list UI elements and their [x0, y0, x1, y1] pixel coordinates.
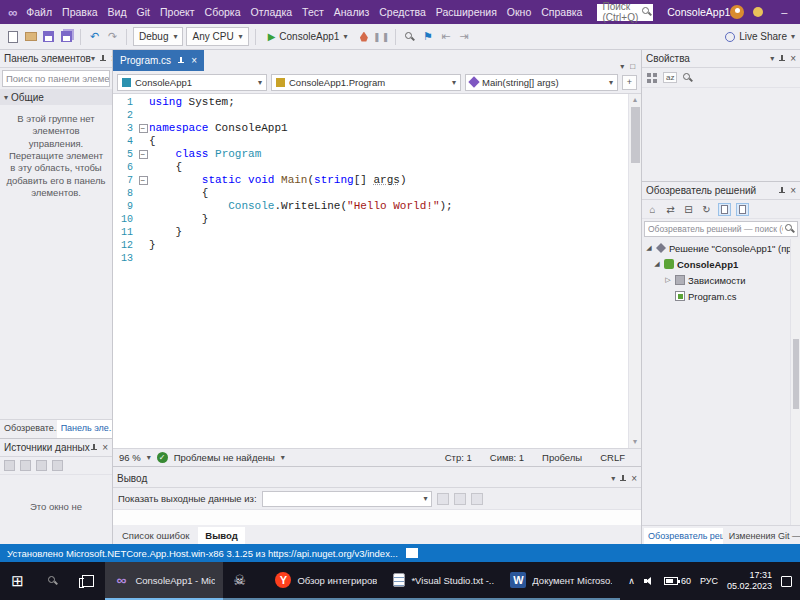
code-editor[interactable]: 1using System;23−namespace ConsoleApp14{…	[113, 94, 641, 448]
chevron-down-icon[interactable]: ▾	[281, 453, 285, 462]
open-folder-icon[interactable]	[23, 29, 38, 44]
toolbox-search-input[interactable]: Поиск по панели элемен ▾	[2, 70, 110, 87]
zoom-level[interactable]: 96 %	[119, 452, 141, 463]
menu-item[interactable]: Расширения	[431, 4, 502, 20]
tree-item-solution[interactable]: ◢ Решение "ConsoleApp1" (проекты: 1 из 1…	[642, 240, 790, 256]
chevron-down-icon[interactable]: ▾	[91, 54, 95, 63]
nest-icon[interactable]	[736, 203, 749, 216]
scroll-down-icon[interactable]: ▾	[633, 436, 637, 448]
quick-search-box[interactable]: Поиск (Ctrl+Q)	[597, 4, 653, 21]
tab-program-cs[interactable]: Program.cs ×	[113, 50, 204, 71]
new-file-icon[interactable]	[5, 29, 20, 44]
menu-item[interactable]: Справка	[536, 4, 587, 20]
line-ending-indicator[interactable]: CRLF	[600, 452, 625, 463]
taskbar-app-word[interactable]: W Документ Microso...	[502, 562, 620, 600]
pin-icon[interactable]	[177, 57, 185, 65]
decrease-indent-icon[interactable]: ⇤	[438, 29, 453, 44]
battery-indicator[interactable]: 60	[664, 576, 691, 586]
categorized-icon[interactable]	[647, 73, 657, 83]
tree-item-program-cs[interactable]: Program.cs	[642, 288, 790, 304]
toggle-autoscroll-icon[interactable]	[471, 493, 483, 505]
home-icon[interactable]: ⌂	[646, 203, 659, 216]
account-avatar[interactable]	[730, 5, 744, 19]
search-properties-icon[interactable]	[683, 73, 693, 83]
pin-icon[interactable]	[778, 187, 786, 195]
action-center-icon[interactable]	[781, 576, 792, 587]
health-status-label[interactable]: Проблемы не найдены	[174, 452, 275, 463]
wrap-output-icon[interactable]	[454, 493, 466, 505]
save-all-icon[interactable]	[59, 29, 74, 44]
menu-item[interactable]: Git	[132, 4, 155, 20]
start-button[interactable]: ⊞	[0, 562, 35, 600]
find-in-files-icon[interactable]	[402, 29, 417, 44]
tab-toolbox[interactable]: Панель эле...	[57, 420, 112, 438]
menu-item[interactable]: Файл	[21, 4, 57, 20]
fold-collapse-icon[interactable]: −	[139, 150, 148, 159]
taskbar-app-browser[interactable]: Y Обзор интегриров...	[267, 562, 385, 600]
tree-item-dependencies[interactable]: ▷ Зависимости	[642, 272, 790, 288]
bookmark-icon[interactable]: ⚑	[420, 29, 435, 44]
fold-collapse-icon[interactable]: −	[139, 176, 148, 185]
live-share-button[interactable]: Live Share ▾	[725, 31, 795, 42]
close-icon[interactable]: ×	[191, 55, 197, 66]
alphabetical-icon[interactable]: az	[663, 72, 677, 83]
close-icon[interactable]: ×	[102, 443, 108, 453]
solution-explorer-header[interactable]: Обозреватель решений ×	[642, 182, 800, 200]
tree-item-project[interactable]: ◢ ConsoleApp1	[642, 256, 790, 272]
menu-item[interactable]: Окно	[502, 4, 536, 20]
fold-collapse-icon[interactable]: −	[139, 124, 148, 133]
menu-item[interactable]: Вид	[103, 4, 132, 20]
pin-icon[interactable]	[778, 55, 786, 63]
tree-expanded-icon[interactable]: ◢	[645, 244, 653, 252]
editor-vertical-scrollbar[interactable]: ▴ ▾	[628, 94, 641, 448]
code-line[interactable]: 8 {	[113, 187, 628, 200]
show-all-files-icon[interactable]	[718, 203, 731, 216]
chevron-down-icon[interactable]: ▾	[611, 474, 615, 483]
code-line[interactable]: 13	[113, 252, 628, 265]
menu-item[interactable]: Отладка	[246, 4, 298, 20]
tree-collapsed-icon[interactable]: ▷	[664, 276, 672, 284]
data-sources-header[interactable]: Источники данных ×	[0, 439, 112, 457]
minimize-button[interactable]: –	[772, 6, 796, 18]
task-view-icon[interactable]	[70, 562, 105, 600]
tab-solution-explorer[interactable]: Обозреватель реше...	[644, 528, 723, 544]
output-content[interactable]	[113, 509, 641, 525]
code-line[interactable]: 2	[113, 109, 628, 122]
project-dropdown[interactable]: ConsoleApp1 ▾	[117, 74, 267, 91]
notifications-icon[interactable]	[753, 7, 763, 17]
member-dropdown[interactable]: Main(string[] args) ▾	[465, 74, 618, 91]
solution-search-input[interactable]: Обозреватель решений — поиск (Ctrl+»	[644, 221, 798, 237]
increase-indent-icon[interactable]: ⇥	[456, 29, 471, 44]
spaces-indicator[interactable]: Пробелы	[542, 452, 582, 463]
code-line[interactable]: 10 }	[113, 213, 628, 226]
line-indicator[interactable]: Стр: 1	[445, 452, 472, 463]
tree-expanded-icon[interactable]: ◢	[653, 260, 661, 268]
clear-output-icon[interactable]	[437, 493, 449, 505]
collapse-all-icon[interactable]: ⊟	[682, 203, 695, 216]
refresh-icon[interactable]: ↻	[700, 203, 713, 216]
solution-scrollbar[interactable]	[790, 239, 800, 525]
close-icon[interactable]: ×	[790, 54, 796, 64]
output-header[interactable]: Вывод ▾ ×	[113, 470, 641, 488]
tab-git-changes[interactable]: Изменения Git — п...	[725, 528, 800, 544]
code-line[interactable]: 12}	[113, 239, 628, 252]
code-line[interactable]: 3−namespace ConsoleApp1	[113, 122, 628, 135]
hot-reload-icon[interactable]	[356, 29, 371, 44]
chevron-down-icon[interactable]: ▾	[147, 453, 151, 462]
solution-configurations-dropdown[interactable]: Debug ▾	[133, 27, 183, 46]
scroll-up-icon[interactable]: ▴	[633, 94, 637, 106]
type-dropdown[interactable]: ConsoleApp1.Program ▾	[271, 74, 461, 91]
undo-icon[interactable]: ↶	[87, 29, 102, 44]
taskbar-search-icon[interactable]	[35, 562, 70, 600]
close-icon[interactable]: ×	[790, 186, 796, 196]
menu-item[interactable]: Средства	[374, 4, 431, 20]
output-source-dropdown[interactable]: ▾	[262, 491, 432, 507]
code-line[interactable]: 1using System;	[113, 96, 628, 109]
split-window-icon[interactable]: +	[622, 75, 637, 90]
taskbar-app-skull[interactable]: ☠	[223, 562, 267, 600]
solution-platforms-dropdown[interactable]: Any CPU ▾	[186, 27, 248, 46]
scrollbar-thumb[interactable]	[793, 339, 799, 409]
taskbar-app-visual-studio[interactable]: ∞ ConsoleApp1 - Mic...	[105, 562, 223, 600]
pin-icon[interactable]	[99, 55, 107, 63]
code-line[interactable]: 6 {	[113, 161, 628, 174]
